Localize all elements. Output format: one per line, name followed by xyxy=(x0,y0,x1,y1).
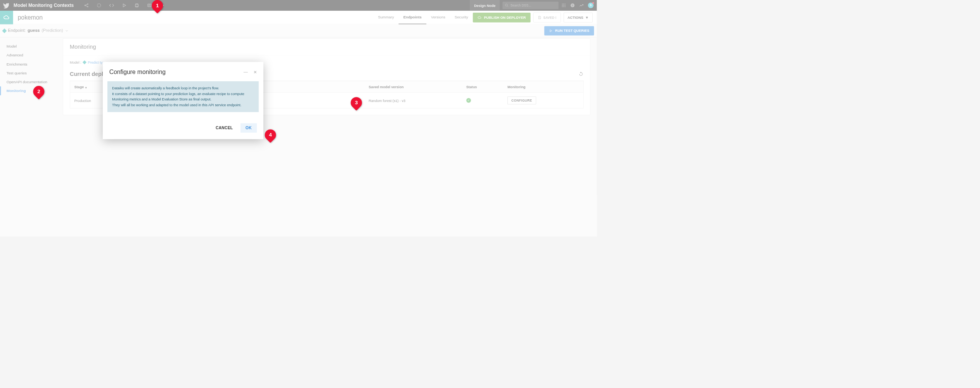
close-icon[interactable]: ✕ xyxy=(253,69,257,74)
modal-body: Dataiku will create automatically a feed… xyxy=(103,81,263,121)
modal-overlay[interactable] xyxy=(0,0,597,236)
cancel-button[interactable]: CANCEL xyxy=(212,123,237,133)
ok-button[interactable]: OK xyxy=(240,123,257,133)
modal-header: Configure monitoring — ✕ xyxy=(103,62,263,81)
modal-title: Configure monitoring xyxy=(109,68,166,76)
modal-controls: — ✕ xyxy=(243,69,257,74)
configure-monitoring-modal: Configure monitoring — ✕ Dataiku will cr… xyxy=(103,62,263,139)
modal-footer: CANCEL OK xyxy=(103,121,263,139)
info-line-3: They will all be working and adapted to … xyxy=(112,102,254,108)
minimize-icon[interactable]: — xyxy=(243,69,248,74)
info-line-2: It consists of a dataset pointing to you… xyxy=(112,91,254,102)
info-line-1: Dataiku will create automatically a feed… xyxy=(112,85,254,91)
info-block: Dataiku will create automatically a feed… xyxy=(107,81,259,112)
